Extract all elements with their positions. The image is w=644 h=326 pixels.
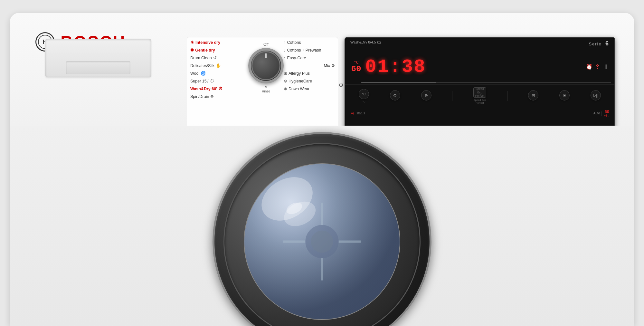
detergent-drawer-handle[interactable] [66,61,130,74]
top-panel: H BOSCH ☀ Intensive dry ✺ Gentle dry Dru… [10,13,634,139]
settings-icon: ⚙ [338,82,344,89]
dial-knob[interactable] [248,48,284,83]
delicates-icon: ✋ [216,63,221,68]
door-outer-ring[interactable] [213,132,431,326]
speed-eco-button[interactable]: SpeedEcoPerfect Speed Eco Perfect [473,87,486,104]
intensive-dry-icon: ☀ [190,40,194,45]
dial-top-label: Off [263,42,269,47]
drum-pattern-svg [244,164,400,319]
allergy-plus-icon: ⊞ [284,71,287,76]
mix-icon: ⚙ [331,63,335,68]
start-pause-button[interactable]: ▷‖ [591,90,601,101]
program-washdry60[interactable]: Wash&Dry 60' ⏱ [190,86,245,91]
temp-button[interactable]: °C °C [359,89,369,103]
temp-button-icon[interactable]: °C [359,89,369,99]
spin-drain-icon: ⊕ [210,94,214,99]
gentle-dry-icon: ✺ [190,48,194,53]
wash-button[interactable]: ⊟ [528,90,538,101]
program-intensive-dry[interactable]: ☀ Intensive dry [190,40,245,45]
super15-icon: ⏱ [210,79,214,83]
status-row: ⊟ status Auto | 60 Min. [345,107,614,119]
wool-icon: 🌀 [201,71,206,76]
time-value: 01:38 [365,56,426,77]
spin-button-icon[interactable]: ⊙ [390,90,400,101]
speed-eco-icon[interactable]: SpeedEcoPerfect [473,87,486,98]
dial-ring [251,51,280,80]
divider-1 [452,91,452,101]
program-down-wear[interactable]: ⊕ Down Wear [284,86,335,91]
alarm-icon: ⏰ [586,64,592,70]
control-buttons-row: °C °C ⊙ ⊕ SpeedEcoPerfect [345,85,614,107]
program-drum-clean[interactable]: Drum Clean ↺ [190,55,245,60]
temperature-value: 60 [351,65,361,73]
mins-label: Min. [604,114,609,117]
time-button[interactable]: ⊕ [421,90,431,101]
machine-door-section [10,126,634,326]
down-wear-icon: ⊕ [284,86,287,91]
program-allergy-plus[interactable]: ⊞ Allergy Plus [284,71,335,76]
program-delicates-silk[interactable]: Delicates/Silk ✋ [190,63,245,68]
dial-bottom-label: ≋ Rinse [262,85,270,93]
digital-time-display: °C 60 01:38 ⏰ ⏱ ⏸ [345,49,614,85]
program-cottons-prewash[interactable]: ↓ Cottons + Prewash [284,48,335,53]
digital-display-panel: Wash&Dry 8/4.5 kg Serie 6 °C 60 01:38 ⏰ … [345,37,615,134]
divider-2 [507,91,507,101]
hygiene-care-icon: ⊗ [284,79,287,83]
display-icons-right: ⏰ ⏱ ⏸ [586,63,609,71]
wash-icon[interactable]: ⊟ [528,90,538,101]
program-gentle-dry[interactable]: ✺ Gentle dry [190,48,245,53]
washdry60-icon: ⏱ [218,86,223,91]
program-wool[interactable]: Wool 🌀 [190,71,245,76]
dry-icon[interactable]: ☀ [559,90,570,101]
clock-icon: ⏱ [595,64,600,70]
program-easy-care[interactable]: ↑ Easy-Care [284,55,335,60]
program-super15[interactable]: Super 15'/ ⏱ [190,79,245,83]
program-selector-panel: ☀ Intensive dry ✺ Gentle dry Drum Clean … [187,37,338,134]
series-label: Serie 6 [589,40,609,47]
cottons-prewash-icon: ↓ [284,48,286,53]
svg-point-2 [311,231,333,253]
dry-button[interactable]: ☀ [559,90,570,101]
program-spin-drain[interactable]: Spin/Drain ⊕ [190,94,245,99]
speed-eco-label: Speed Eco Perfect [473,99,486,104]
time-button-icon[interactable]: ⊕ [421,90,431,101]
door-glass [244,163,400,320]
pause-icon: ⏸ [603,63,609,71]
pipe-divider: | [601,111,602,116]
program-list-right: ↑ Cottons ↓ Cottons + Prewash ↑ Easy-Car… [284,40,335,94]
auto-label: Auto [593,111,600,115]
spin-button[interactable]: ⊙ [390,90,400,101]
drum-clean-icon: ↺ [213,55,217,60]
program-hygiene-care[interactable]: ⊗ HygieneCare [284,79,335,83]
status-text: status [356,111,365,115]
temp-button-label: °C [363,100,365,103]
program-cottons[interactable]: ↑ Cottons [284,40,335,45]
display-header: Wash&Dry 8/4.5 kg Serie 6 [345,38,614,49]
program-dial[interactable]: Off ≋ Rinse [247,42,285,120]
cottons-icon: ↑ [284,40,286,45]
detergent-drawer[interactable] [45,39,151,77]
easy-care-icon: ↑ [284,55,286,60]
program-mix[interactable]: Mix ⚙ [284,63,335,68]
dial-bottom-icon: ≋ [265,85,267,89]
program-list-left: ☀ Intensive dry ✺ Gentle dry Drum Clean … [190,40,245,102]
start-pause-icon[interactable]: ▷‖ [591,90,601,101]
status-red-icon: ⊟ [350,110,355,116]
door-middle-ring [223,143,421,326]
model-capacity-label: Wash&Dry 8/4.5 kg [350,40,381,44]
mins-value: 60 [605,109,609,114]
